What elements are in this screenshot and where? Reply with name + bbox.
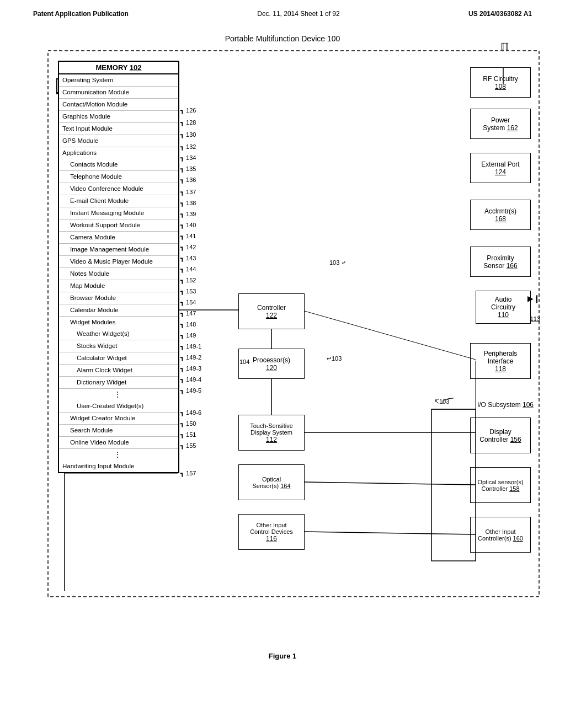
other-input-ctrl-box: Other Input Controller(s) 160 (470, 517, 531, 553)
memory-item-calc: Calculator Widget (59, 352, 178, 365)
memory-item-usercreated: User-Created Widget(s) (59, 400, 178, 413)
memory-item-alarm: Alarm Clock Widget (59, 365, 178, 377)
memory-item-contacts: Contacts Module (59, 159, 178, 171)
controller-label: Controller (257, 304, 286, 312)
speaker-icon: ▶❙ (527, 294, 540, 303)
svg-text:┓ 126: ┓ 126 (180, 107, 196, 114)
svg-text:┓ 149-6: ┓ 149-6 (180, 409, 201, 416)
svg-text:┓ 153: ┓ 153 (180, 288, 196, 295)
memory-item-widget-header: Widget Modules (59, 317, 178, 328)
svg-text:┓ 154: ┓ 154 (180, 299, 196, 306)
svg-text:┓ 148: ┓ 148 (180, 321, 196, 328)
display-ctrl-label2: Controller 156 (479, 436, 521, 443)
memory-item-im: Instant Messaging Module (59, 207, 178, 220)
optical-sensor-label2: Sensor(s) 164 (252, 483, 290, 489)
svg-text:┓ 157: ┓ 157 (180, 470, 196, 477)
memory-item-dots2: ⋮ (59, 449, 178, 461)
memory-item-videoconf: Video Conference Module (59, 183, 178, 195)
memory-item-apps-header: Applications (59, 147, 178, 159)
header-left: Patent Application Publication (33, 10, 129, 18)
svg-text:┓ 142: ┓ 142 (180, 244, 196, 251)
svg-text:┓ 149-4: ┓ 149-4 (180, 376, 201, 383)
touch-display-ref: 112 (266, 436, 277, 443)
optical-ctrl-label2: Controller 158 (481, 485, 519, 492)
svg-text:┓ 136: ┓ 136 (180, 176, 196, 184)
accel-label: Acclrmtr(s) (484, 207, 516, 215)
svg-text:┓ 149-5: ┓ 149-5 (180, 387, 201, 394)
power-label2: System 162 (483, 124, 518, 132)
touch-display-label: Touch-Sensitive (250, 422, 293, 429)
audio-label: Audio (495, 296, 512, 303)
svg-text:┓ 152: ┓ 152 (180, 277, 196, 284)
other-input-label2: Control Devices (250, 528, 293, 535)
controller-box: Controller 122 (238, 293, 305, 329)
other-input-label: Other Input (256, 522, 286, 528)
optical-ctrl-box: Optical sensor(s) Controller 158 (470, 467, 531, 503)
antenna-symbol: ℿ (500, 41, 509, 53)
memory-item-email: E-mail Client Module (59, 195, 178, 207)
svg-text:┓ 147: ┓ 147 (180, 310, 196, 317)
touch-display-label2: Display System (250, 429, 292, 436)
svg-text:┓ 149-3: ┓ 149-3 (180, 365, 201, 372)
ext-port-ref: 124 (495, 168, 506, 176)
display-ctrl-box: Display Controller 156 (470, 417, 531, 453)
memory-item-videoplayer: Video & Music Player Module (59, 256, 178, 268)
svg-text:↵103: ↵103 (327, 355, 342, 362)
rf-label: RF Circuitry (483, 75, 518, 83)
memory-item-camera: Camera Module (59, 232, 178, 244)
svg-text:┓ 130: ┓ 130 (180, 131, 196, 138)
other-input-ctrl-label: Other Input (485, 528, 515, 535)
processor-label: Processor(s) (253, 356, 290, 364)
svg-text:┓ 143: ┓ 143 (180, 255, 196, 262)
peripherals-box: Peripherals Interface 118 (470, 343, 531, 379)
optical-ctrl-label: Optical sensor(s) (477, 479, 523, 485)
proximity-label2: Sensor 166 (483, 262, 517, 270)
memory-title: MEMORY 102 (59, 62, 178, 74)
svg-text:┓ 149-1: ┓ 149-1 (180, 343, 201, 350)
power-label: Power (491, 116, 510, 124)
svg-text:┓ 155: ┓ 155 (180, 442, 196, 449)
io-subsystem-label: I/O Subsystem 106 (477, 401, 534, 409)
svg-text:┓ 132: ┓ 132 (180, 143, 196, 151)
memory-item-browser: Browser Module (59, 292, 178, 304)
memory-item-dict: Dictionary Widget (59, 377, 178, 389)
diagram-title: Portable Multifunction Device 100 (23, 34, 542, 43)
memory-item-weather: Weather Widget(s) (59, 328, 178, 340)
memory-item-calendar: Calendar Module (59, 304, 178, 317)
svg-text:┓ 140: ┓ 140 (180, 222, 196, 229)
audio-ref: 110 (498, 311, 509, 319)
svg-text:┓ 149-2: ┓ 149-2 (180, 354, 201, 361)
memory-item-onlinevideo: Online Video Module (59, 437, 178, 449)
svg-text:┓ 137: ┓ 137 (180, 189, 196, 196)
svg-text:┓ 141: ┓ 141 (180, 233, 196, 240)
svg-text:┓ 134: ┓ 134 (180, 154, 196, 162)
svg-text:┓ 151: ┓ 151 (180, 431, 196, 438)
optical-sensor-label: Optical (262, 476, 281, 483)
memory-item-notes: Notes Module (59, 268, 178, 280)
header-center: Dec. 11, 2014 Sheet 1 of 92 (257, 10, 339, 18)
peripherals-ref: 118 (495, 365, 506, 373)
controller-ref: 122 (266, 312, 277, 319)
rf-box: RF Circuitry 108 (470, 67, 531, 98)
memory-box-content: MEMORY 102 Operating System Communicatio… (58, 61, 179, 473)
memory-item-os: Operating System (59, 74, 178, 87)
other-input-box: Other Input Control Devices 116 (238, 514, 305, 550)
audio-label2: Circuitry (491, 303, 515, 311)
svg-text:┓ 138: ┓ 138 (180, 200, 196, 207)
memory-item-dots1: ⋮ (59, 389, 178, 400)
svg-rect-76 (431, 409, 476, 561)
memory-item-graphics: Graphics Module (59, 111, 178, 123)
memory-item-handwriting: Handwriting Input Module (59, 461, 178, 472)
audio-box: Audio Circuitry 110 ▶❙ (476, 291, 531, 324)
memory-item-workout: Workout Support Module (59, 220, 178, 232)
header-right: US 2014/0363082 A1 (468, 10, 532, 18)
memory-item-textinput: Text Input Module (59, 123, 178, 135)
svg-text:┓ 135: ┓ 135 (180, 165, 196, 173)
audio-sub-ref: 113 (530, 315, 540, 322)
touch-display-box: Touch-Sensitive Display System 112 (238, 415, 305, 451)
svg-text:103 ⤶: 103 ⤶ (329, 259, 346, 266)
svg-text:┓ 128: ┓ 128 (180, 119, 196, 126)
svg-text:┓ 139: ┓ 139 (180, 211, 196, 218)
processor-ref: 120 (266, 364, 277, 372)
memory-item-imagemgmt: Image Management Module (59, 244, 178, 256)
